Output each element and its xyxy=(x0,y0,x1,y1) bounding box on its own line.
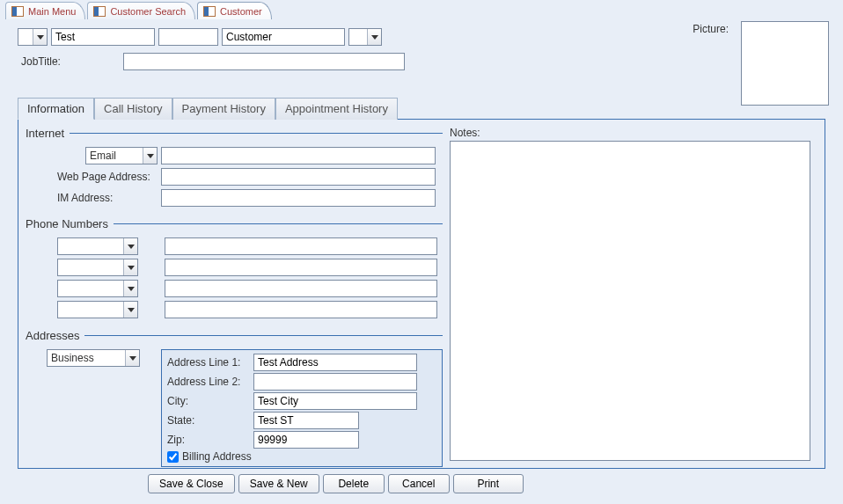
tab-information[interactable]: Information xyxy=(18,98,94,120)
group-phones-label: Phone Numbers xyxy=(26,217,114,230)
im-label: IM Address: xyxy=(26,192,158,204)
tab-label: Appointment History xyxy=(285,102,388,115)
billing-address-checkbox[interactable] xyxy=(167,451,179,463)
address-state-input[interactable] xyxy=(253,412,359,429)
window-tab-customer-search[interactable]: Customer Search xyxy=(87,2,195,19)
email-type-combo[interactable]: Email xyxy=(85,147,158,164)
address-line1-input[interactable] xyxy=(253,354,417,371)
phone-number-input[interactable] xyxy=(165,259,437,276)
billing-address-label: Billing Address xyxy=(182,450,252,463)
job-title-label: JobTitle: xyxy=(18,55,123,68)
address-type-value: Business xyxy=(51,352,94,364)
phone-number-input[interactable] xyxy=(165,237,437,255)
billing-row: Billing Address xyxy=(167,450,436,463)
suffix-combo[interactable] xyxy=(348,28,382,46)
window-tab-label: Customer Search xyxy=(110,6,186,17)
group-phones: Phone Numbers xyxy=(26,217,443,322)
address-city-label: City: xyxy=(167,395,252,407)
address-line2-input[interactable] xyxy=(253,373,417,391)
button-label: Delete xyxy=(338,478,369,490)
picture-area: Picture: xyxy=(693,21,829,106)
window-tab-strip: Main Menu Customer Search Customer xyxy=(0,0,843,19)
address-wrap: Business Address Line 1: Address Line 2: xyxy=(26,349,443,467)
command-button-row: Save & Close Save & New Delete Cancel Pr… xyxy=(18,469,825,493)
window-tab-label: Customer xyxy=(220,6,262,17)
info-left-column: Internet Email Web Page Address: I xyxy=(18,120,450,468)
im-input[interactable] xyxy=(161,189,436,207)
tab-appointment-history[interactable]: Appointment History xyxy=(275,98,398,120)
phone-type-combo[interactable] xyxy=(57,301,138,318)
button-label: Save & New xyxy=(250,478,308,490)
address-state-label: State: xyxy=(167,414,252,427)
salutation-combo[interactable] xyxy=(18,28,48,46)
window-tab-main-menu[interactable]: Main Menu xyxy=(5,2,85,19)
chevron-down-icon xyxy=(123,238,137,254)
notes-textarea[interactable] xyxy=(450,141,810,461)
chevron-down-icon xyxy=(123,259,137,275)
form-icon xyxy=(11,6,24,17)
web-input[interactable] xyxy=(161,168,436,186)
address-type-combo[interactable]: Business xyxy=(47,349,140,367)
tab-page-information: Internet Email Web Page Address: I xyxy=(18,119,825,469)
address-panel: Address Line 1: Address Line 2: City: xyxy=(161,349,443,467)
form-icon xyxy=(93,6,106,17)
phone-row xyxy=(26,237,443,255)
phone-number-input[interactable] xyxy=(165,280,437,297)
picture-box[interactable] xyxy=(741,21,829,106)
chevron-down-icon xyxy=(125,350,139,366)
notes-label: Notes: xyxy=(450,127,810,139)
form-icon xyxy=(203,6,216,17)
tab-call-history[interactable]: Call History xyxy=(94,98,172,120)
save-close-button[interactable]: Save & Close xyxy=(148,474,235,493)
phone-row xyxy=(26,259,443,276)
address-line2-label: Address Line 2: xyxy=(167,376,252,388)
address-zip-input[interactable] xyxy=(253,431,359,449)
form-body: Picture: JobTitle: Information Call Hist… xyxy=(0,19,843,484)
im-row: IM Address: xyxy=(26,189,443,207)
delete-button[interactable]: Delete xyxy=(323,474,385,493)
save-new-button[interactable]: Save & New xyxy=(238,474,319,493)
chevron-down-icon xyxy=(143,148,157,164)
address-city-input[interactable] xyxy=(253,392,417,410)
phone-type-combo[interactable] xyxy=(57,237,138,255)
window-tab-label: Main Menu xyxy=(28,6,76,17)
address-line1-label: Address Line 1: xyxy=(167,356,252,369)
tab-label: Information xyxy=(27,102,84,115)
chevron-down-icon xyxy=(123,281,137,296)
button-label: Print xyxy=(477,478,499,490)
group-internet: Internet Email Web Page Address: I xyxy=(26,127,443,210)
middle-name-input[interactable] xyxy=(158,28,218,46)
tab-label: Payment History xyxy=(182,102,266,115)
print-button[interactable]: Print xyxy=(453,474,524,493)
web-row: Web Page Address: xyxy=(26,168,443,186)
first-name-input[interactable] xyxy=(51,28,155,46)
window-tab-customer[interactable]: Customer xyxy=(197,2,272,19)
address-zip-label: Zip: xyxy=(167,434,252,446)
group-addresses-label: Addresses xyxy=(26,329,84,342)
tab-label: Call History xyxy=(104,102,162,115)
group-addresses: Addresses Business Address Line 1: xyxy=(26,329,443,467)
phone-type-combo[interactable] xyxy=(57,259,138,276)
picture-label: Picture: xyxy=(693,23,729,35)
email-input[interactable] xyxy=(161,147,436,164)
group-internet-label: Internet xyxy=(26,127,70,140)
last-name-input[interactable] xyxy=(222,28,345,46)
web-label: Web Page Address: xyxy=(26,171,158,183)
job-title-input[interactable] xyxy=(123,53,405,70)
chevron-down-icon xyxy=(123,302,137,318)
phone-row xyxy=(26,280,443,297)
email-row: Email xyxy=(26,147,443,164)
email-type-value: Email xyxy=(90,150,116,162)
button-label: Cancel xyxy=(402,478,435,490)
phone-row xyxy=(26,301,443,318)
info-right-column: Notes: xyxy=(450,120,825,468)
phone-type-combo[interactable] xyxy=(57,280,138,297)
button-label: Save & Close xyxy=(159,478,224,490)
chevron-down-icon xyxy=(33,29,47,45)
chevron-down-icon xyxy=(367,29,381,45)
tab-payment-history[interactable]: Payment History xyxy=(172,98,275,120)
phone-number-input[interactable] xyxy=(165,301,437,318)
cancel-button[interactable]: Cancel xyxy=(388,474,450,493)
